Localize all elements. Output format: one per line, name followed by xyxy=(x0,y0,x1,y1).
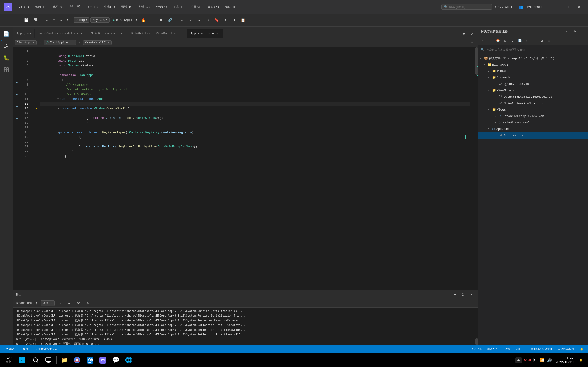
run-dropdown-arrow[interactable]: ▼ xyxy=(134,17,138,24)
menu-debug[interactable]: 调试(D) xyxy=(119,4,135,10)
toolbar-btn-step-into[interactable]: ↙ xyxy=(187,17,194,24)
weather-widget[interactable]: 24°C 晴朗 xyxy=(4,356,14,365)
sol-show-all-button[interactable]: 📄 xyxy=(517,38,523,44)
status-notification[interactable]: 🔔 xyxy=(578,347,585,352)
status-encoding[interactable]: CRLF xyxy=(514,347,524,352)
toolbar-btn-step-over[interactable]: ⬇ xyxy=(178,17,186,24)
tree-viewmodels-folder[interactable]: ▼ 📁 ViewModels xyxy=(478,87,588,94)
output-source-dropdown[interactable]: 调试 ▼ xyxy=(41,300,55,306)
status-line[interactable]: 行: 13 xyxy=(470,347,484,352)
margin-icon-debug2[interactable]: ⊕ xyxy=(14,103,20,110)
live-share-button[interactable]: 👥 Live Share xyxy=(516,4,545,10)
menu-window[interactable]: 窗口(W) xyxy=(205,4,222,10)
menu-extensions[interactable]: 扩展(X) xyxy=(188,4,204,10)
add-line-button[interactable]: + xyxy=(468,39,476,46)
solution-close-button[interactable]: ✕ xyxy=(579,28,585,35)
global-search[interactable]: 🔍 xyxy=(441,4,492,10)
tab-mainwindow-xaml[interactable]: MainWindow.xaml ✕ xyxy=(87,29,127,38)
sol-settings2-button[interactable]: ⚙ xyxy=(539,38,545,44)
status-zoom[interactable]: 89 % xyxy=(20,347,30,351)
undo-dropdown[interactable]: ▼ xyxy=(52,17,56,24)
add-line-icon[interactable]: + xyxy=(468,39,476,46)
sol-home-button[interactable]: 🏠 xyxy=(494,38,501,44)
tab-datagrid-viewmodel[interactable]: DataGridExa...ViewModel.cs ✕ xyxy=(127,29,187,38)
solution-settings-button[interactable]: ⚙ xyxy=(571,28,578,35)
collapse-all-button[interactable]: ◁ xyxy=(564,28,571,35)
status-git-branch[interactable]: ⎇ 就绪 xyxy=(3,347,16,352)
status-spaces[interactable]: 空格 xyxy=(503,347,512,352)
output-content[interactable]: "BlankApp1.exe" (CoreCLR: clrhost): 已加载 … xyxy=(13,308,478,345)
tray-sougou-icon[interactable]: 🅂 xyxy=(533,358,537,363)
output-minimize-button[interactable]: — xyxy=(451,291,458,298)
sol-back-button[interactable]: ← xyxy=(480,38,486,44)
tab-mainwindow-viewmodel[interactable]: MainWindowViewModel.cs ✕ xyxy=(35,29,87,38)
activity-source-control[interactable] xyxy=(1,40,12,51)
toolbar-btn-pause[interactable]: ⏸ xyxy=(149,17,156,24)
taskbar-vs-icon[interactable]: VS xyxy=(97,354,109,366)
toolbar-btn-exception[interactable]: ⚡ xyxy=(204,17,212,24)
undo-button[interactable]: ↩ xyxy=(44,17,51,24)
tree-dependencies[interactable]: ▶ 📁 依赖项 xyxy=(478,68,588,74)
taskbar-taskview-button[interactable] xyxy=(43,354,54,366)
tree-mainwindow-viewmodel-cs[interactable]: C# MainWindowViewModel.cs xyxy=(478,100,588,106)
output-word-wrap-button[interactable]: ↵ xyxy=(66,300,73,307)
menu-project[interactable]: 项目(P) xyxy=(84,4,101,10)
taskbar-file-explorer[interactable]: 📁 xyxy=(58,354,70,366)
save-all-button[interactable]: 💾 xyxy=(23,17,30,24)
project-dropdown[interactable]: BlankApp1 ▼ xyxy=(15,40,36,45)
margin-icon-bookmarks[interactable]: ⊕ xyxy=(14,79,20,86)
tree-mainwindow-xaml[interactable]: ▶ ⬡ MainWindow.xaml xyxy=(478,119,588,126)
menu-help[interactable]: 帮助(H) xyxy=(222,4,239,10)
activity-extensions[interactable] xyxy=(1,64,12,75)
redo-dropdown[interactable]: ▼ xyxy=(66,17,69,24)
hot-reload-button[interactable]: 🔥 xyxy=(140,17,147,24)
output-close-button[interactable]: ✕ xyxy=(468,291,475,298)
tree-datagrid-view-xaml[interactable]: ▶ ⬡ DataGridExampleView.xaml xyxy=(478,113,588,119)
toolbar-btn-stop[interactable]: ⏹ xyxy=(157,17,165,24)
nav-forward-button[interactable]: → xyxy=(10,17,18,24)
output-scrollbar[interactable] xyxy=(475,308,478,345)
output-float-button[interactable]: ⬡ xyxy=(459,291,467,298)
margin-icon-debug1[interactable]: ⊕ xyxy=(14,91,20,98)
menu-build[interactable]: 生成(B) xyxy=(101,4,118,10)
tray-input-method[interactable]: 英 xyxy=(515,357,522,363)
tree-app-xaml[interactable]: ▼ ⬡ App.xaml xyxy=(478,126,588,132)
activity-debug[interactable]: 🐛 xyxy=(1,52,12,63)
tree-app-xaml-cs[interactable]: C# App.xaml.cs xyxy=(478,132,588,139)
scroll-thumb[interactable] xyxy=(476,47,478,75)
sol-track-button[interactable]: ◎ xyxy=(531,38,538,44)
menu-edit[interactable]: 编辑(E) xyxy=(32,4,49,10)
run-button[interactable]: ▶ BlankApp1 xyxy=(111,17,135,23)
sol-filter-button[interactable]: ⚡ xyxy=(524,38,530,44)
split-editor-button[interactable]: ⊡ xyxy=(460,31,468,38)
redo-button[interactable]: ↪ xyxy=(57,17,64,24)
debug-config-dropdown[interactable]: Debug ▼ xyxy=(74,17,89,23)
status-add-to-source[interactable]: ⬆ 添加到源代码管理 xyxy=(526,347,554,352)
taskbar-chrome[interactable] xyxy=(71,354,83,366)
namespace-dropdown[interactable]: ⬡ BlankApp1.App ▼ xyxy=(44,40,76,45)
tab-close-datagrid-viewmodel[interactable]: ✕ xyxy=(179,31,183,35)
toolbar-btn-bm2[interactable]: ⬆ xyxy=(222,17,229,24)
menu-tools[interactable]: 工具(L) xyxy=(170,4,187,10)
taskbar-search-button[interactable] xyxy=(30,354,42,366)
tree-project-blankapp1[interactable]: ▼ 🗂️ BlankApp1 xyxy=(478,61,588,68)
method-dropdown[interactable]: CreateShell() ▼ xyxy=(83,40,112,45)
output-clear-button[interactable]: 🗑 xyxy=(75,300,82,307)
tab-close-mainwindow-xaml[interactable]: ✕ xyxy=(119,31,123,35)
save-button[interactable]: 🖫 xyxy=(32,17,39,24)
tab-app-xaml-cs[interactable]: App.xaml.cs ✕ xyxy=(187,29,223,38)
tab-app-g-cs[interactable]: App.g.cs xyxy=(13,29,35,38)
tree-datagrid-viewmodel-cs[interactable]: C# DataGridExampleViewModel.cs xyxy=(478,94,588,100)
maximize-button[interactable]: ☐ xyxy=(562,3,573,11)
toolbar-btn-attach[interactable]: 🔗 xyxy=(166,17,173,24)
close-button[interactable]: ✕ xyxy=(574,3,584,11)
platform-dropdown[interactable]: Any CPU ▼ xyxy=(90,17,110,23)
minimize-button[interactable]: — xyxy=(551,3,561,11)
menu-file[interactable]: 文件(F) xyxy=(15,4,32,10)
status-issues[interactable]: ✓ 未找到相关问题 xyxy=(34,347,59,352)
tab-close-mainwindow-viewmodel[interactable]: ✕ xyxy=(79,31,83,35)
tray-network-icon[interactable]: 📶 xyxy=(540,358,545,363)
sol-forward-button[interactable]: → xyxy=(487,38,493,44)
status-select-repo[interactable]: ◈ 选择存储库 xyxy=(556,347,576,352)
menu-test[interactable]: 测试(S) xyxy=(136,4,153,10)
